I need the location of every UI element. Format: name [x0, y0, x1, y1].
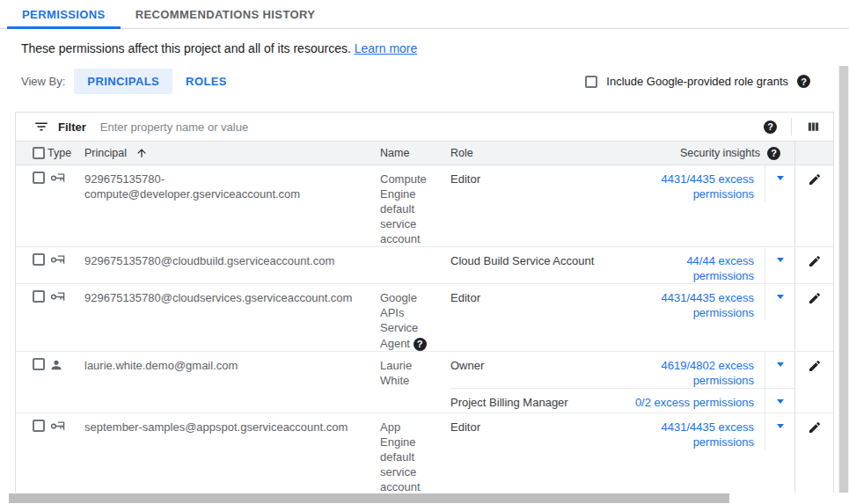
table-row: september-samples@appspot.gserviceaccoun…: [16, 413, 833, 495]
horizontal-scrollbar-thumb[interactable]: [9, 493, 729, 503]
insights-expand-button[interactable]: [765, 413, 794, 449]
column-header-name: Name: [380, 147, 450, 159]
sort-ascending-icon: [135, 147, 148, 159]
controls-row: View By: PRINCIPALS ROLES Include Google…: [0, 55, 849, 94]
edit-icon: [808, 291, 822, 305]
edit-icon: [808, 420, 822, 435]
service-account-icon: [49, 253, 65, 267]
service-account-icon: [49, 172, 65, 185]
principal-name: [380, 247, 450, 283]
view-by-label: View By:: [21, 75, 65, 88]
principal-email: 929675135780@cloudbuild.gserviceaccount.…: [84, 247, 380, 283]
role-label: Editor: [450, 413, 625, 449]
divider: [791, 118, 792, 135]
tab-recommendations-history[interactable]: RECOMMENDATIONS HISTORY: [121, 0, 331, 28]
table-row: laurie.white.demo@gmail.com Laurie White…: [16, 352, 833, 413]
iam-permissions-page: PERMISSIONS RECOMMENDATIONS HISTORY Thes…: [0, 0, 849, 504]
service-account-icon: [49, 420, 65, 433]
dropdown-arrow-icon: [777, 424, 784, 428]
edit-principal-button[interactable]: [794, 352, 833, 413]
tab-permissions[interactable]: PERMISSIONS: [7, 0, 121, 28]
filter-help-icon[interactable]: ?: [764, 121, 777, 134]
roles-cell: Editor 4431/4435 excess permissions: [450, 284, 794, 351]
column-header-role-security: Role Security insights ?: [450, 147, 794, 160]
row-checkbox[interactable]: [33, 253, 45, 266]
edit-icon: [808, 172, 822, 186]
edit-principal-button[interactable]: [794, 413, 833, 494]
filter-bar: Filter ?: [16, 113, 833, 141]
roles-cell: Editor 4431/4435 excess permissions: [450, 165, 794, 246]
column-header-principal[interactable]: Principal: [84, 147, 380, 159]
filter-input[interactable]: [100, 121, 764, 134]
horizontal-scrollbar: [0, 493, 838, 504]
role-label: Project Billing Manager: [450, 389, 625, 413]
insights-expand-button[interactable]: [765, 389, 794, 413]
dropdown-arrow-icon: [777, 176, 784, 180]
excess-permissions-link[interactable]: 4431/4435 excess permissions: [661, 291, 754, 319]
role-label: Owner: [450, 352, 625, 388]
include-google-grants: Include Google-provided role grants ?: [585, 75, 810, 88]
filter-icon[interactable]: [33, 119, 49, 135]
excess-permissions-link[interactable]: 4619/4802 excess permissions: [661, 359, 754, 387]
vertical-scrollbar: [838, 66, 849, 493]
insights-expand-button[interactable]: [765, 284, 794, 320]
row-checkbox[interactable]: [33, 358, 45, 370]
view-by-roles-button[interactable]: ROLES: [172, 69, 240, 94]
principal-name: Laurie White: [380, 352, 450, 413]
principal-name: App Engine default service account: [380, 413, 450, 494]
service-account-icon: [49, 290, 65, 303]
permissions-table-card: Filter ? Type Principal Name Role Securi…: [15, 112, 834, 495]
excess-permissions-link[interactable]: 44/44 excess permissions: [686, 254, 754, 282]
principal-name: Google APIs Service Agent ?: [380, 284, 450, 351]
dropdown-arrow-icon: [777, 399, 784, 404]
include-google-grants-checkbox[interactable]: [585, 76, 597, 88]
table-row: 929675135780@cloudservices.gserviceaccou…: [16, 284, 833, 352]
principal-email: 929675135780@cloudservices.gserviceaccou…: [84, 284, 380, 351]
name-help-icon[interactable]: ?: [414, 338, 427, 351]
insights-expand-button[interactable]: [765, 352, 794, 388]
role-label: Editor: [450, 284, 625, 320]
row-checkbox[interactable]: [33, 290, 45, 303]
dropdown-arrow-icon: [777, 258, 784, 262]
role-label: Cloud Build Service Account: [450, 247, 625, 283]
security-insights-help-icon[interactable]: ?: [767, 147, 780, 160]
excess-permissions-link[interactable]: 0/2 excess permissions: [635, 396, 754, 409]
learn-more-link[interactable]: Learn more: [355, 41, 418, 55]
filter-label[interactable]: Filter: [58, 121, 86, 134]
roles-cell: Cloud Build Service Account 44/44 excess…: [450, 247, 794, 283]
insights-expand-button[interactable]: [765, 247, 794, 283]
column-header-security-insights: Security insights: [680, 147, 760, 159]
row-checkbox[interactable]: [33, 420, 45, 432]
excess-permissions-link[interactable]: 4431/4435 excess permissions: [661, 420, 754, 449]
roles-cell: Owner 4619/4802 excess permissions Proje…: [450, 352, 794, 413]
help-icon[interactable]: ?: [797, 75, 810, 88]
include-google-grants-label: Include Google-provided role grants: [606, 75, 788, 88]
edit-principal-button[interactable]: [794, 165, 833, 246]
insights-expand-button[interactable]: [765, 165, 794, 201]
edit-principal-button[interactable]: [794, 284, 833, 351]
select-all-checkbox[interactable]: [33, 147, 45, 159]
edit-icon: [808, 359, 822, 373]
intro-text: These permissions affect this project an…: [0, 29, 849, 55]
vertical-scrollbar-thumb[interactable]: [839, 66, 848, 493]
principal-email: september-samples@appspot.gserviceaccoun…: [84, 413, 380, 494]
columns-icon[interactable]: [806, 120, 821, 135]
row-checkbox[interactable]: [33, 172, 45, 184]
intro-sentence: These permissions affect this project an…: [21, 41, 351, 55]
dropdown-arrow-icon: [777, 295, 784, 299]
user-icon: [49, 358, 63, 372]
table-header-row: Type Principal Name Role Security insigh…: [16, 141, 833, 165]
principal-email: 929675135780-compute@developer.gservicea…: [84, 165, 380, 246]
column-header-role: Role: [450, 147, 473, 159]
tab-bar: PERMISSIONS RECOMMENDATIONS HISTORY: [0, 0, 849, 29]
excess-permissions-link[interactable]: 4431/4435 excess permissions: [661, 172, 754, 201]
edit-icon: [808, 254, 822, 268]
view-by-principals-button[interactable]: PRINCIPALS: [74, 69, 172, 94]
table-row: 929675135780-compute@developer.gservicea…: [16, 165, 833, 247]
edit-principal-button[interactable]: [794, 247, 833, 283]
principal-name: Compute Engine default service account: [380, 165, 450, 246]
principal-email: laurie.white.demo@gmail.com: [84, 352, 380, 413]
dropdown-arrow-icon: [777, 362, 784, 367]
role-label: Editor: [450, 165, 625, 201]
roles-cell: Editor 4431/4435 excess permissions: [450, 413, 794, 494]
